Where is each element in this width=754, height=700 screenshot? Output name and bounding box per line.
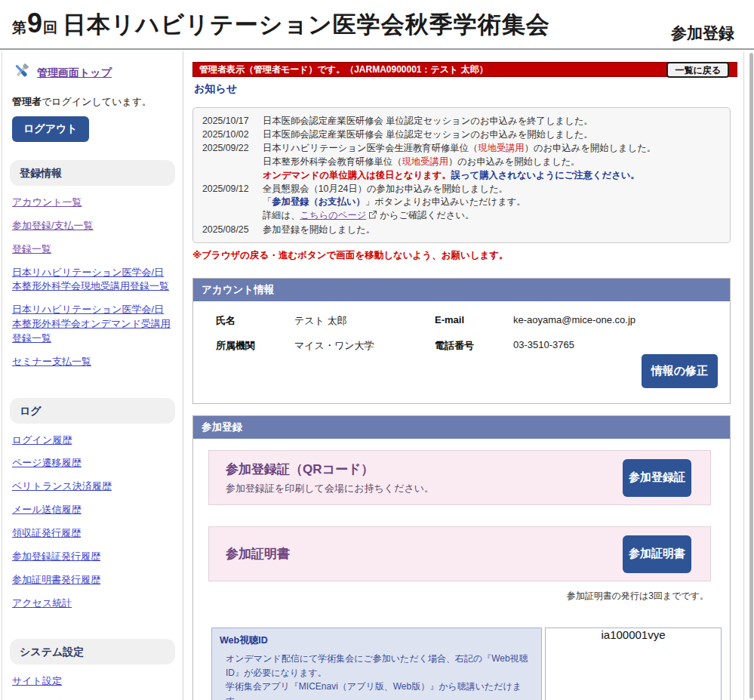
notice-date — [202, 196, 251, 209]
notice-text: 日本医師会認定産業医研修会 単位認定セッションのお申込みを開始しました。 — [263, 128, 593, 142]
web-viewing-id-value: ia100001vye — [601, 628, 665, 641]
login-status-text: でログインしています。 — [42, 96, 152, 107]
sidebar-divider — [183, 51, 183, 700]
external-link-icon — [368, 210, 377, 224]
sidebar-link[interactable]: ページ遷移履歴 — [12, 456, 174, 470]
registration-card-qr: 参加登録証（QRコード） 参加登録証を印刷して会場にお持ちください。 参加登録証 — [208, 450, 711, 505]
notice-segment: ）のお申込みを開始しました。 — [525, 143, 656, 153]
sidebar-sections: 登録情報アカウント一覧参加登録/支払一覧登録一覧日本リハビリテーション医学会/日… — [10, 160, 175, 700]
notice-text: 日本整形外科学会教育研修単位（現地受講用）のお申込みを開始しました。 — [263, 156, 580, 169]
notice-date: 2025/10/17 — [202, 115, 251, 128]
sidebar-link[interactable]: メール送信履歴 — [12, 503, 174, 517]
registration-card-button[interactable]: 参加登録証 — [623, 459, 691, 497]
sidebar-section-header: システム設定 — [10, 639, 175, 665]
sidebar-link[interactable]: 日本リハビリテーション医学会/日本整形外科学会現地受講用登録一覧 — [12, 266, 174, 294]
notice-date: 2025/10/02 — [202, 128, 251, 142]
back-to-list-button[interactable]: 一覧に戻る — [666, 62, 729, 78]
notice-segment: 日本医師会認定産業医研修会 単位認定セッションのお申込みを終了しました。 — [263, 116, 593, 126]
registration-panel-header: 参加登録 — [193, 416, 730, 439]
notice-text: オンデマンドの単位購入は後日となります。誤って購入されないようにご注意ください。 — [263, 169, 640, 183]
account-panel: アカウント情報 氏名 テスト 太郎 E-mail ke-aoyama@mice-… — [192, 278, 731, 404]
event-title-suffix: 回 — [43, 20, 58, 35]
account-phone-value: 03-3510-3765 — [513, 339, 718, 353]
tools-icon — [11, 62, 32, 84]
event-title-prefix: 第 — [12, 20, 27, 35]
certificate-card-button[interactable]: 参加証明書 — [623, 535, 691, 573]
notice-segment: 参加登録（お支払い） — [272, 196, 365, 207]
notice-row: 2025/09/12全員懇親会（10月24日）の参加お申込みを開始しました。 — [202, 183, 721, 196]
notice-row: 2025/09/22日本リハビリテーション医学会生涯教育研修単位（現地受講用）の… — [202, 142, 721, 156]
sidebar-link[interactable]: 参加登録/支払一覧 — [12, 219, 174, 233]
sidebar-link[interactable]: 参加登録証発行履歴 — [12, 550, 174, 564]
event-title: 第9回日本リハビリテーション医学会秋季学術集会 — [12, 6, 754, 45]
notice-date — [202, 156, 251, 169]
notice-page-link[interactable]: こちらのページ — [300, 210, 366, 220]
notice-row: 2025/10/17日本医師会認定産業医研修会 単位認定セッションのお申込みを終… — [202, 115, 721, 128]
notice-row: 「参加登録（お支払い）」ボタンよりお申込みいただけます。 — [202, 196, 721, 209]
notice-date: 2025/08/25 — [202, 224, 251, 237]
notice-row: 詳細は、こちらのページからご確認ください。 — [202, 209, 721, 224]
notice-date: 2025/09/22 — [202, 142, 251, 156]
sidebar-section-links: サイト設定お知らせ登録日時設定決済設定メール設定定員等設定 — [10, 665, 175, 700]
content-right-border — [743, 51, 744, 700]
notice-segment: 詳細は、 — [263, 210, 300, 220]
account-name-value: テスト 太郎 — [294, 314, 435, 328]
web-viewing-id-cell: ia100001vye — [545, 628, 722, 700]
account-name-label: 氏名 — [216, 314, 294, 328]
sidebar-section-links: ログイン履歴ページ遷移履歴ベリトランス決済履歴メール送信履歴領収証発行履歴参加登… — [10, 424, 175, 621]
login-status-role: 管理者 — [12, 96, 42, 107]
site-header: 第9回日本リハビリテーション医学会秋季学術集会 参加登録 — [0, 0, 754, 50]
account-grid: 氏名 テスト 太郎 E-mail ke-aoyama@mice-one.co.j… — [193, 301, 730, 353]
notice-segment: 誤って購入されないようにご注意ください。 — [451, 170, 640, 180]
sidebar-link[interactable]: アカウント一覧 — [12, 196, 174, 210]
notice-segment: 参加登録を開始しました。 — [263, 224, 375, 235]
notice-row: 2025/08/25参加登録を開始しました。 — [202, 224, 721, 237]
scrollbar-thumb[interactable] — [749, 53, 753, 698]
notice-text: 参加登録を開始しました。 — [263, 224, 375, 237]
account-body: 氏名 テスト 太郎 E-mail ke-aoyama@mice-one.co.j… — [193, 301, 730, 405]
notice-date — [202, 169, 251, 183]
notice-text: 全員懇親会（10月24日）の参加お申込みを開始しました。 — [263, 183, 508, 196]
sidebar-link[interactable]: セミナー支払一覧 — [12, 355, 174, 369]
sidebar-link[interactable]: 参加証明書発行履歴 — [12, 573, 174, 587]
web-viewing-info-cell: Web視聴ID オンデマンド配信にて学術集会にご参加いただく場合、右記の『Web… — [211, 628, 542, 700]
notice-text: 日本医師会認定産業医研修会 単位認定セッションのお申込みを終了しました。 — [263, 115, 593, 128]
account-panel-header: アカウント情報 — [193, 279, 730, 301]
notice-segment: オンデマンドの単位購入は後日となります。 — [263, 170, 451, 180]
sidebar-section-header: 登録情報 — [10, 160, 175, 186]
notice-row: 日本整形外科学会教育研修単位（現地受講用）のお申込みを開始しました。 — [202, 156, 721, 169]
notice-segment: 日本医師会認定産業医研修会 単位認定セッションのお申込みを開始しました。 — [263, 129, 593, 140]
notice-segment: 」ボタンよりお申込みいただけます。 — [365, 196, 526, 207]
sidebar-section-links: アカウント一覧参加登録/支払一覧登録一覧日本リハビリテーション医学会/日本整形外… — [10, 186, 175, 380]
notice-text: 日本リハビリテーション医学会生涯教育研修単位（現地受講用）のお申込みを開始しまし… — [263, 142, 656, 156]
notice-heading: お知らせ — [194, 82, 237, 96]
notice-segment: 全員懇親会（10月24日）の参加お申込みを開始しました。 — [263, 183, 508, 194]
sidebar-link[interactable]: 領収証発行履歴 — [12, 526, 174, 541]
sidebar-link[interactable]: サイト設定 — [12, 674, 174, 689]
account-email-value: ke-aoyama@mice-one.co.jp — [513, 314, 718, 328]
account-affiliation-value: マイス・ワン大学 — [294, 339, 435, 353]
login-status: 管理者でログインしています。 — [12, 95, 175, 109]
web-viewing-line-2: 学術集会アプリ『MICEnavi（アプリ版、Web版）』から聴講いただけます。 — [220, 680, 532, 700]
web-viewing-title: Web視聴ID — [220, 634, 532, 647]
sidebar-link[interactable]: 登録一覧 — [12, 242, 174, 257]
account-email-label: E-mail — [435, 314, 513, 328]
notice-row: 2025/10/02日本医師会認定産業医研修会 単位認定セッションのお申込みを開… — [202, 128, 721, 142]
notice-list: 2025/10/17日本医師会認定産業医研修会 単位認定セッションのお申込みを終… — [192, 107, 731, 243]
registration-panel: 参加登録 参加登録証（QRコード） 参加登録証を印刷して会場にお持ちください。 … — [192, 415, 731, 700]
sidebar-link[interactable]: アクセス統計 — [12, 597, 174, 611]
notice-segment: からご確認ください。 — [380, 210, 474, 220]
notice-segment: 現地受講用 — [478, 143, 524, 153]
page: { "header": { "title_prefix": "第", "titl… — [0, 0, 754, 700]
sidebar-link[interactable]: ログイン履歴 — [12, 433, 174, 448]
web-viewing-row: Web視聴ID オンデマンド配信にて学術集会にご参加いただく場合、右記の『Web… — [211, 628, 722, 700]
admin-top-link[interactable]: 管理画面トップ — [37, 66, 112, 80]
edit-info-button[interactable]: 情報の修正 — [642, 354, 718, 388]
notice-segment: 現地受講用 — [402, 156, 448, 167]
sidebar-link[interactable]: 日本リハビリテーション医学会/日本整形外科学会オンデマンド受講用登録一覧 — [12, 303, 174, 346]
sidebar-link[interactable]: ベリトランス決済履歴 — [12, 480, 174, 494]
page-label: 参加登録 — [671, 23, 734, 44]
certificate-note: 参加証明書の発行は3回までです。 — [193, 590, 709, 603]
notice-segment: 日本リハビリテーション医学会生涯教育研修単位（ — [263, 143, 478, 153]
logout-button[interactable]: ログアウト — [12, 116, 89, 142]
